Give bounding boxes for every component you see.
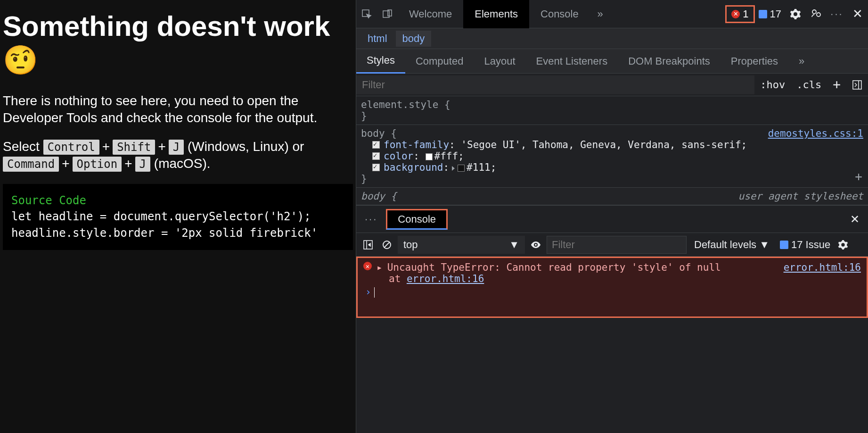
clear-console-icon[interactable] <box>379 234 395 255</box>
error-message: Uncaught TypeError: Cannot read property… <box>387 262 721 273</box>
color-swatch-icon[interactable] <box>426 153 433 160</box>
page-intro: There is nothing to see here, you need t… <box>3 92 353 127</box>
computed-sidebar-toggle-icon[interactable] <box>846 80 868 90</box>
settings-icon[interactable] <box>785 4 806 25</box>
webpage-pane: Something doesn't work 🤨 There is nothin… <box>0 0 356 433</box>
source-code-body: let headline = document.querySelector('h… <box>11 208 344 241</box>
dom-breadcrumbs: html body <box>356 28 868 49</box>
element-style-rule[interactable]: element.style { } <box>356 96 868 125</box>
prop-checkbox[interactable] <box>372 141 380 149</box>
plus: + <box>99 139 113 154</box>
devtools-pane: Welcome Elements Console » ✕ 1 17 ··· ✕ … <box>356 0 868 433</box>
device-toolbar-icon[interactable] <box>377 4 398 25</box>
body-selector: body { <box>361 128 397 139</box>
prop-background[interactable]: background:#111; <box>361 162 863 173</box>
source-code-title: Source Code <box>11 192 344 209</box>
console-filter-input[interactable] <box>547 236 687 254</box>
prop-value: #fff; <box>434 150 464 162</box>
ua-body-rule[interactable]: body { user agent stylesheet <box>356 188 868 205</box>
live-expression-icon[interactable] <box>528 234 544 255</box>
kbd-control: Control <box>43 140 99 155</box>
error-count-badge[interactable]: ✕ 1 <box>725 5 754 23</box>
issues-icon <box>780 241 788 249</box>
tab-computed[interactable]: Computed <box>405 49 474 74</box>
styles-pane: element.style { } body { demostyles.css:… <box>356 96 868 205</box>
tab-dom-breakpoints[interactable]: DOM Breakpoints <box>618 49 721 74</box>
console-error-entry[interactable]: ✕ ▸ Uncaught TypeError: Cannot read prop… <box>356 257 868 318</box>
cls-toggle[interactable]: .cls <box>791 79 827 91</box>
prop-font-family[interactable]: font-family: 'Segoe UI', Tahoma, Geneva,… <box>361 139 863 150</box>
prop-name: color <box>384 150 413 162</box>
expand-error-icon[interactable]: ▸ <box>377 262 383 273</box>
more-tabs-icon[interactable]: » <box>590 4 611 25</box>
console-prompt[interactable]: › <box>363 284 861 298</box>
new-style-rule-icon[interactable]: + <box>827 77 846 92</box>
styles-filter-row: :hov .cls + <box>356 74 868 96</box>
prop-color[interactable]: color: #fff; <box>361 150 863 162</box>
styles-filter-input[interactable] <box>356 75 754 94</box>
inspect-element-icon[interactable] <box>356 4 377 25</box>
crumb-html[interactable]: html <box>361 31 394 47</box>
issues-count-badge[interactable]: 17 <box>755 8 785 20</box>
console-settings-icon[interactable] <box>836 234 850 255</box>
ua-body-selector: body { <box>361 191 397 202</box>
svg-rect-1 <box>383 11 389 17</box>
kbd-j2: J <box>135 157 150 172</box>
tab-console[interactable]: Console <box>529 0 590 28</box>
drawer-more-icon[interactable]: ··· <box>356 213 386 225</box>
expand-shorthand-icon[interactable] <box>452 166 455 171</box>
prop-name: background <box>384 162 443 173</box>
body-rule[interactable]: body { demostyles.css:1 font-family: 'Se… <box>356 125 868 188</box>
plus: + <box>122 156 135 171</box>
close-devtools-icon[interactable]: ✕ <box>847 4 868 25</box>
console-drawer-tabbar: ··· Console ✕ <box>356 206 868 233</box>
issues-label: 17 Issue <box>791 239 830 251</box>
close-drawer-icon[interactable]: ✕ <box>842 213 868 226</box>
crumb-body[interactable]: body <box>396 31 432 47</box>
hov-toggle[interactable]: :hov <box>754 79 791 91</box>
svg-point-4 <box>817 13 820 17</box>
kbd-option: Option <box>73 157 122 172</box>
feedback-icon[interactable] <box>806 4 827 25</box>
issues-button[interactable]: 17 Issue <box>777 239 833 251</box>
drawer-tab-console[interactable]: Console <box>386 209 448 230</box>
color-swatch-icon[interactable] <box>458 165 465 172</box>
stack-prefix: at <box>389 273 407 284</box>
error-source-link[interactable]: error.html:16 <box>784 262 861 273</box>
close-brace: } <box>361 110 863 122</box>
log-levels-select[interactable]: Default levels ▼ <box>689 239 774 251</box>
stack-link[interactable]: error.html:16 <box>407 273 484 284</box>
select-prefix: Select <box>3 139 43 154</box>
plus: + <box>155 139 168 154</box>
error-count: 1 <box>743 8 748 20</box>
more-styles-tabs-icon[interactable]: » <box>788 49 815 74</box>
console-sidebar-toggle-icon[interactable] <box>360 234 376 255</box>
prop-checkbox[interactable] <box>372 152 380 160</box>
prop-value: : 'Segoe UI', Tahoma, Geneva, Verdana, s… <box>449 139 747 150</box>
add-property-icon[interactable]: + <box>855 169 862 183</box>
prop-value: #111; <box>467 162 496 173</box>
tab-event-listeners[interactable]: Event Listeners <box>526 49 618 74</box>
page-heading: Something doesn't work 🤨 <box>3 9 353 77</box>
tab-layout[interactable]: Layout <box>474 49 525 74</box>
stylesheet-link[interactable]: demostyles.css:1 <box>768 128 863 139</box>
source-code-block: Source Code let headline = document.quer… <box>3 184 353 250</box>
macos-suffix: (macOS). <box>154 156 211 171</box>
console-drawer: ··· Console ✕ top▼ Default levels ▼ 17 I… <box>356 205 868 318</box>
error-stack: at error.html:16 <box>363 273 861 284</box>
tab-elements[interactable]: Elements <box>463 0 529 28</box>
chevron-down-icon: ▼ <box>509 239 519 251</box>
kbd-shift: Shift <box>113 140 155 155</box>
tab-properties[interactable]: Properties <box>721 49 788 74</box>
winlinux-suffix: (Windows, Linux) or <box>188 139 304 154</box>
tab-styles[interactable]: Styles <box>356 49 405 74</box>
error-icon: ✕ <box>731 10 740 18</box>
prop-checkbox[interactable] <box>372 164 380 171</box>
page-shortcuts: Select Control+Shift+J (Windows, Linux) … <box>3 138 353 173</box>
plus: + <box>59 156 72 171</box>
prop-name: font-family <box>384 139 449 150</box>
execution-context-select[interactable]: top▼ <box>398 236 525 254</box>
tab-welcome[interactable]: Welcome <box>398 0 463 28</box>
more-options-icon[interactable]: ··· <box>827 4 847 25</box>
error-icon: ✕ <box>363 262 372 270</box>
